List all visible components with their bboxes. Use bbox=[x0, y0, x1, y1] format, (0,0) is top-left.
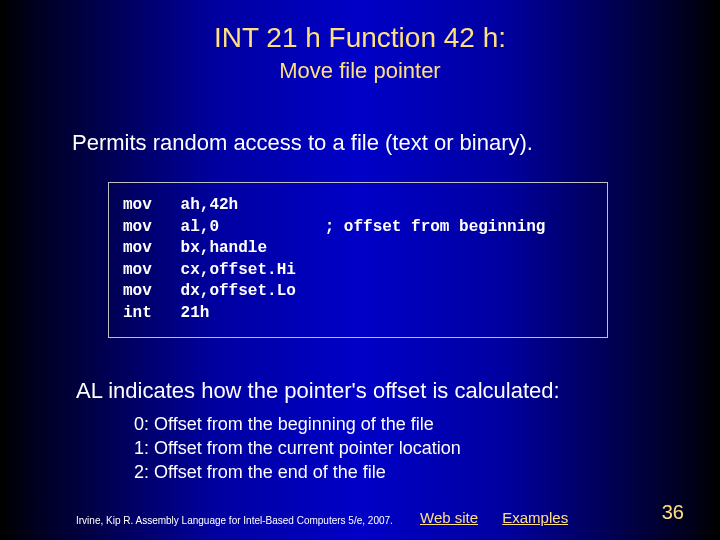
intro-text: Permits random access to a file (text or… bbox=[72, 130, 720, 156]
slide-title: INT 21 h Function 42 h: bbox=[0, 0, 720, 54]
footer-links: Web site Examples bbox=[420, 509, 588, 526]
slide-subtitle: Move file pointer bbox=[0, 58, 720, 84]
page-number: 36 bbox=[662, 501, 684, 524]
offset-option-1: 1: Offset from the current pointer locat… bbox=[134, 436, 720, 460]
al-description: AL indicates how the pointer's offset is… bbox=[76, 378, 720, 404]
offset-options: 0: Offset from the beginning of the file… bbox=[134, 412, 720, 485]
offset-option-0: 0: Offset from the beginning of the file bbox=[134, 412, 720, 436]
code-block: mov ah,42h mov al,0 ; offset from beginn… bbox=[108, 182, 608, 338]
website-link[interactable]: Web site bbox=[420, 509, 478, 526]
examples-link[interactable]: Examples bbox=[502, 509, 568, 526]
offset-option-2: 2: Offset from the end of the file bbox=[134, 460, 720, 484]
citation-text: Irvine, Kip R. Assembly Language for Int… bbox=[76, 515, 393, 526]
